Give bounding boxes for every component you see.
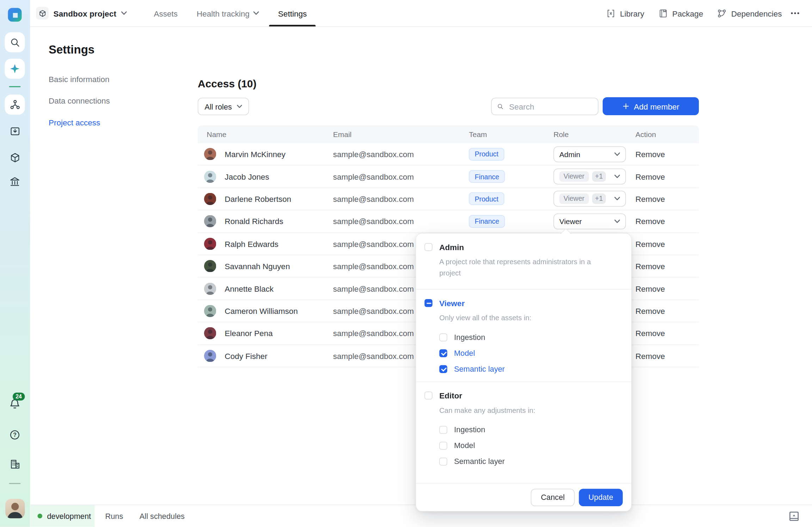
user-avatar[interactable]: [5, 499, 25, 519]
asset-checkbox[interactable]: [439, 441, 448, 450]
expand-panel-button[interactable]: [788, 510, 800, 522]
sidebar-help-button[interactable]: ?: [9, 429, 21, 441]
member-email: sample@sandbox.com: [333, 217, 469, 226]
package-button[interactable]: Package: [658, 8, 703, 18]
member-name: Ralph Edwards: [225, 239, 279, 248]
library-button[interactable]: Library: [606, 8, 644, 18]
sidebar-lineage-button[interactable]: [5, 95, 25, 115]
sidebar-packages-button[interactable]: [9, 152, 21, 163]
settings-nav-project-access[interactable]: Project access: [49, 117, 110, 129]
expand-panel-icon: [788, 510, 800, 522]
sidebar-inbox-button[interactable]: [9, 125, 21, 137]
bottom-link-runs[interactable]: Runs: [105, 512, 123, 520]
remove-button[interactable]: Remove: [635, 239, 665, 248]
sidebar-ai-button[interactable]: [5, 59, 25, 79]
dependencies-button[interactable]: Dependencies: [717, 8, 782, 18]
remove-button[interactable]: Remove: [635, 217, 665, 226]
role-description: Can make any adjustments in:: [439, 405, 614, 416]
remove-button[interactable]: Remove: [635, 172, 665, 181]
role-title[interactable]: Admin: [439, 243, 464, 252]
help-icon: ?: [9, 429, 21, 441]
asset-label: Ingestion: [454, 426, 485, 434]
project-switcher[interactable]: Sandbox project: [36, 5, 127, 22]
notification-badge: 24: [13, 393, 25, 401]
building-icon: [9, 458, 20, 470]
bottom-link-all-schedules[interactable]: All schedules: [140, 512, 185, 520]
member-name: Marvin McKinney: [225, 150, 286, 159]
member-avatar: [204, 193, 216, 205]
tab-label: Health tracking: [197, 9, 250, 18]
role-title[interactable]: Viewer: [439, 299, 465, 308]
role-title[interactable]: Editor: [439, 391, 462, 400]
role-select[interactable]: Viewer: [554, 213, 626, 229]
remove-button[interactable]: Remove: [635, 194, 665, 204]
tab-label: Settings: [278, 9, 307, 18]
member-email: sample@sandbox.com: [333, 194, 469, 204]
sparkle-icon: [9, 63, 21, 75]
remove-button[interactable]: Remove: [635, 284, 665, 293]
search-input[interactable]: [508, 101, 592, 112]
role-select[interactable]: Viewer +1: [554, 191, 626, 207]
remove-button[interactable]: Remove: [635, 351, 665, 360]
remove-button[interactable]: Remove: [635, 306, 665, 316]
role-checkbox[interactable]: [425, 243, 433, 251]
app-logo-icon[interactable]: [7, 7, 23, 23]
tab-settings[interactable]: Settings: [278, 0, 307, 26]
tab-assets[interactable]: Assets: [154, 0, 178, 26]
member-avatar: [204, 238, 216, 250]
asset-checkbox[interactable]: [439, 457, 448, 465]
role-checkbox[interactable]: [425, 299, 433, 307]
member-name: Savannah Nguyen: [225, 262, 290, 271]
table-row: Marvin McKinney sample@sandbox.com Produ…: [198, 143, 699, 166]
member-avatar: [204, 327, 216, 340]
asset-scope-row: Model: [439, 441, 621, 450]
search-icon: [497, 103, 504, 111]
ellipsis-icon: [791, 9, 800, 18]
role-checkbox[interactable]: [425, 392, 433, 400]
action-label: Dependencies: [731, 9, 782, 18]
role-option-section: Editor Can make any adjustments in: Inge…: [416, 382, 632, 474]
environment-tab[interactable]: development: [30, 505, 95, 527]
asset-scope-row: Model: [439, 349, 621, 357]
member-name: Darlene Robertson: [225, 194, 291, 204]
member-name: Cody Fisher: [225, 351, 267, 360]
chevron-down-icon: [614, 197, 620, 201]
settings-nav-basic-information[interactable]: Basic information: [49, 74, 110, 85]
chevron-down-icon: [614, 174, 620, 179]
cancel-button[interactable]: Cancel: [531, 489, 575, 506]
column-header-email: Email: [333, 130, 469, 138]
action-label: Library: [620, 9, 644, 18]
sidebar-organization-button[interactable]: [9, 458, 21, 470]
roles-filter-dropdown[interactable]: All roles: [198, 98, 249, 116]
update-button[interactable]: Update: [579, 489, 623, 506]
role-select[interactable]: Admin: [554, 146, 626, 162]
project-name: Sandbox project: [54, 9, 117, 18]
remove-button[interactable]: Remove: [635, 329, 665, 338]
role-value: Admin: [559, 150, 580, 159]
sidebar-governance-button[interactable]: [9, 176, 21, 188]
table-row: Jacob Jones sample@sandbox.com Finance V…: [198, 166, 699, 188]
add-member-button[interactable]: Add member: [603, 97, 699, 115]
remove-button[interactable]: Remove: [635, 262, 665, 271]
role-select[interactable]: Viewer +1: [554, 169, 626, 185]
asset-checkbox[interactable]: [439, 333, 448, 341]
settings-nav-data-connections[interactable]: Data connections: [49, 95, 110, 107]
column-header-action: Action: [635, 130, 699, 138]
role-chip: Viewer: [559, 171, 589, 182]
table-row: Ronald Richards sample@sandbox.com Finan…: [198, 210, 699, 233]
role-option-section: Admin A project role that represents adm…: [416, 234, 632, 289]
asset-checkbox[interactable]: [439, 349, 448, 357]
asset-scope-row: Ingestion: [439, 426, 621, 434]
role-chip: Viewer: [559, 194, 589, 204]
sidebar-search-button[interactable]: [5, 32, 25, 52]
environment-label: development: [47, 512, 91, 520]
bottom-bar-links: RunsAll schedules: [105, 505, 185, 527]
remove-button[interactable]: Remove: [635, 150, 665, 159]
asset-checkbox[interactable]: [439, 365, 448, 373]
more-menu-button[interactable]: [791, 9, 800, 18]
tab-health-tracking[interactable]: Health tracking: [197, 0, 259, 26]
column-header-name: Name: [198, 130, 333, 138]
table-header: NameEmailTeamRoleAction: [198, 125, 699, 143]
top-navbar: Sandbox project AssetsHealth trackingSet…: [30, 0, 812, 27]
asset-checkbox[interactable]: [439, 426, 448, 434]
